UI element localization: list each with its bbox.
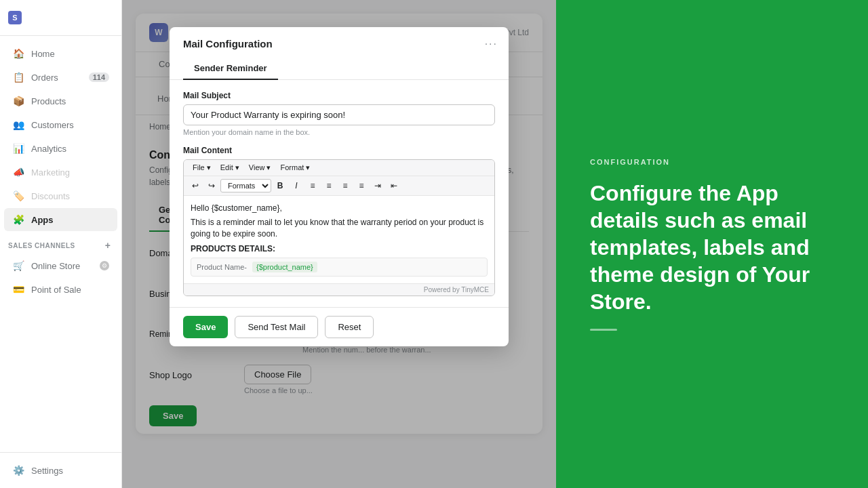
modal-title: Mail Configuration <box>183 38 495 49</box>
sidebar-item-analytics-label: Analytics <box>31 144 66 154</box>
tinymce-undo-button[interactable]: ↩ <box>188 178 203 193</box>
add-sales-channel-button[interactable]: + <box>102 240 113 251</box>
right-panel: CONFIGURATION Configure the App details … <box>556 0 868 488</box>
tinymce-menubar: File ▾ Edit ▾ View ▾ Format ▾ <box>184 160 494 176</box>
shopify-icon: S <box>8 11 22 24</box>
products-icon: 📦 <box>12 95 24 107</box>
tinymce-bold-button[interactable]: B <box>273 178 288 193</box>
pos-icon: 💳 <box>12 283 24 296</box>
tinymce-toolbar-bar: ↩ ↪ Formats B I ≡ ≡ ≡ ≡ <box>184 176 494 196</box>
tinymce-align-right-button[interactable]: ≡ <box>338 178 353 193</box>
sidebar-item-apps-label: Apps <box>31 215 54 225</box>
sidebar-item-settings-label: Settings <box>31 466 63 476</box>
product-name-label-text: Product Name- <box>197 263 247 271</box>
right-panel-tag: CONFIGURATION <box>590 158 834 166</box>
discounts-icon: 🏷️ <box>12 190 24 202</box>
sidebar-settings-section: ⚙️ Settings <box>0 452 121 488</box>
modal-tab-sender-reminder[interactable]: Sender Reminder <box>183 58 278 80</box>
sidebar-item-marketing: 📣 Marketing <box>4 161 117 184</box>
right-panel-title: Configure the App details such as email … <box>590 180 834 315</box>
tinymce-line-2: This is a reminder mail to let you know … <box>191 217 488 240</box>
tinymce-format-menu[interactable]: Format ▾ <box>276 162 315 174</box>
mail-configuration-modal: Mail Configuration Sender Reminder ··· M… <box>170 27 509 346</box>
product-name-row: Product Name- {$product_name} <box>191 258 488 277</box>
tinymce-redo-button[interactable]: ↪ <box>204 178 219 193</box>
main-content: W Webkul Warranty Management by Webkul S… <box>122 0 556 488</box>
modal-header: Mail Configuration Sender Reminder ··· <box>170 27 509 80</box>
sidebar-logo: S <box>0 0 121 36</box>
sidebar-item-orders[interactable]: 📋 Orders 114 <box>4 66 117 89</box>
modal-overlay: Mail Configuration Sender Reminder ··· M… <box>136 14 542 434</box>
tinymce-italic-button[interactable]: I <box>289 178 304 193</box>
sidebar-item-discounts: 🏷️ Discounts <box>4 184 117 207</box>
tinymce-edit-menu[interactable]: Edit ▾ <box>216 162 244 174</box>
sales-channels-heading: SALES CHANNELS + <box>0 232 121 253</box>
modal-body: Mail Subject Mention your domain name in… <box>170 80 509 307</box>
sidebar: S 🏠 Home 📋 Orders 114 📦 Products 👥 Custo… <box>0 0 122 488</box>
online-store-icon: 🛒 <box>12 260 24 272</box>
app-card: W Webkul Warranty Management by Webkul S… <box>136 14 542 434</box>
sidebar-navigation: 🏠 Home 📋 Orders 114 📦 Products 👥 Custome… <box>0 36 121 452</box>
sidebar-item-discounts-label: Discounts <box>31 191 70 201</box>
tinymce-align-center-button[interactable]: ≡ <box>321 178 336 193</box>
sidebar-item-marketing-label: Marketing <box>31 167 70 178</box>
customers-icon: 👥 <box>12 119 24 131</box>
product-name-value: {$product_name} <box>252 262 317 272</box>
mail-subject-hint: Mention your domain name in the box. <box>183 128 495 136</box>
tinymce-content-area[interactable]: Hello {$customer_name}, This is a remind… <box>184 196 494 283</box>
tinymce-outdent-button[interactable]: ⇤ <box>387 178 401 193</box>
analytics-icon: 📊 <box>12 142 24 155</box>
tinymce-formats-select[interactable]: Formats <box>220 179 271 192</box>
app-area: W Webkul Warranty Management by Webkul S… <box>122 0 556 488</box>
modal-tabs: Sender Reminder <box>183 58 495 79</box>
tinymce-file-menu[interactable]: File ▾ <box>188 162 216 174</box>
sidebar-item-customers[interactable]: 👥 Customers <box>4 113 117 136</box>
marketing-icon: 📣 <box>12 166 24 178</box>
right-panel-divider <box>590 329 617 331</box>
tinymce-view-menu[interactable]: View ▾ <box>244 162 276 174</box>
sidebar-item-products[interactable]: 📦 Products <box>4 89 117 113</box>
tinymce-indent-button[interactable]: ⇥ <box>370 178 385 193</box>
mail-content-label: Mail Content <box>183 146 495 155</box>
online-store-settings-icon[interactable]: ⚙ <box>100 261 109 270</box>
home-icon: 🏠 <box>12 47 24 60</box>
sidebar-item-orders-label: Orders <box>31 73 58 83</box>
tinymce-line-3: PRODUCTS DETAILS: <box>191 243 488 255</box>
sidebar-item-online-store[interactable]: 🛒 Online Store ⚙ <box>4 254 117 277</box>
tinymce-align-left-button[interactable]: ≡ <box>305 178 320 193</box>
tinymce-align-justify-button[interactable]: ≡ <box>354 178 369 193</box>
orders-badge: 114 <box>89 73 109 82</box>
sidebar-item-home[interactable]: 🏠 Home <box>4 42 117 65</box>
sidebar-item-online-store-label: Online Store <box>31 261 80 271</box>
modal-options-button[interactable]: ··· <box>485 38 498 50</box>
modal-send-test-mail-button[interactable]: Send Test Mail <box>235 316 318 338</box>
sidebar-item-home-label: Home <box>31 49 55 59</box>
modal-save-button[interactable]: Save <box>183 316 228 338</box>
sidebar-item-apps[interactable]: 🧩 Apps <box>4 208 117 231</box>
sidebar-item-pos[interactable]: 💳 Point of Sale <box>4 278 117 301</box>
mail-subject-input[interactable] <box>183 104 495 125</box>
modal-reset-button[interactable]: Reset <box>325 316 374 338</box>
sidebar-item-settings[interactable]: ⚙️ Settings <box>4 459 117 482</box>
apps-icon: 🧩 <box>12 214 24 226</box>
modal-footer: Save Send Test Mail Reset <box>170 307 509 346</box>
sidebar-item-products-label: Products <box>31 96 66 106</box>
tinymce-editor: File ▾ Edit ▾ View ▾ Format ▾ ↩ ↪ Format… <box>183 159 495 296</box>
tinymce-footer: Powered by TinyMCE <box>184 283 494 296</box>
mail-subject-label: Mail Subject <box>183 91 495 100</box>
sidebar-item-pos-label: Point of Sale <box>31 285 81 295</box>
sidebar-item-analytics[interactable]: 📊 Analytics <box>4 137 117 160</box>
orders-icon: 📋 <box>12 71 24 83</box>
settings-icon: ⚙️ <box>12 464 24 476</box>
tinymce-line-1: Hello {$customer_name}, <box>191 203 488 214</box>
sidebar-item-customers-label: Customers <box>31 120 74 130</box>
